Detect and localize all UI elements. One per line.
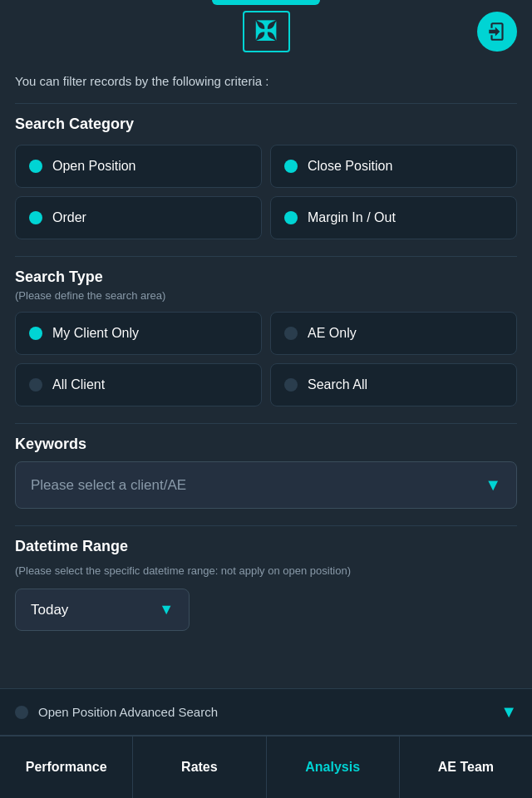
order-dot (29, 211, 42, 224)
search-type-subtitle: (Please define the search area) (15, 289, 517, 302)
bottom-nav: Performance Rates Analysis AE Team (0, 736, 532, 798)
search-type-title: Search Type (15, 268, 517, 286)
search-category-title: Search Category (15, 116, 517, 133)
nav-rates-label: Rates (181, 760, 218, 775)
divider-4 (15, 525, 517, 526)
datetime-dropdown[interactable]: Today ▼ (15, 589, 190, 631)
all-client-label: All Client (52, 377, 105, 392)
margin-in-out-label: Margin In / Out (308, 210, 396, 225)
advanced-search-chevron-icon: ▼ (500, 702, 517, 722)
all-client-dot (29, 378, 42, 392)
divider-3 (15, 423, 517, 424)
margin-in-out-dot (284, 211, 298, 224)
nav-analysis-label: Analysis (305, 760, 360, 775)
my-client-only-dot (29, 327, 42, 340)
nav-performance[interactable]: Performance (0, 736, 133, 798)
keywords-chevron-icon: ▼ (485, 475, 501, 495)
nav-performance-label: Performance (26, 760, 107, 775)
datetime-chevron-icon: ▼ (159, 601, 174, 618)
nav-rates[interactable]: Rates (133, 736, 266, 798)
search-category-grid: Open Position Close Position Order Margi… (15, 145, 517, 239)
all-client-btn[interactable]: All Client (15, 363, 262, 406)
advanced-search-bar[interactable]: Open Position Advanced Search ▼ (0, 688, 532, 736)
app-header: ✠ (0, 0, 532, 62)
advanced-search-dot (15, 706, 28, 719)
order-btn[interactable]: Order (15, 196, 262, 239)
search-all-btn[interactable]: Search All (270, 363, 517, 406)
close-position-label: Close Position (308, 159, 392, 174)
divider-1 (15, 103, 517, 104)
datetime-value: Today (31, 602, 68, 618)
nav-ae-team-label: AE Team (438, 760, 494, 775)
datetime-desc: (Please select the specific datetime ran… (15, 564, 517, 579)
search-all-label: Search All (308, 377, 367, 392)
header-accent (212, 0, 320, 5)
datetime-label: Datetime Range (15, 538, 517, 555)
search-category-section: Search Category Open Position Close Posi… (0, 116, 532, 249)
margin-in-out-btn[interactable]: Margin In / Out (270, 196, 517, 239)
open-position-btn[interactable]: Open Position (15, 145, 262, 188)
nav-ae-team[interactable]: AE Team (400, 736, 532, 798)
search-type-section: Search Type (Please define the search ar… (0, 268, 532, 416)
filter-subtitle: You can filter records by the following … (0, 62, 532, 96)
my-client-only-label: My Client Only (52, 326, 139, 341)
app-logo: ✠ (243, 11, 290, 52)
ae-only-btn[interactable]: AE Only (270, 312, 517, 355)
keywords-section: Keywords Please select a client/AE ▼ (0, 436, 532, 519)
logout-button[interactable] (477, 12, 517, 52)
search-type-grid: My Client Only AE Only All Client Search… (15, 312, 517, 406)
keywords-dropdown[interactable]: Please select a client/AE ▼ (15, 461, 517, 509)
ae-only-dot (284, 327, 298, 340)
order-label: Order (52, 210, 86, 225)
keywords-label: Keywords (15, 436, 517, 453)
search-all-dot (284, 378, 298, 392)
advanced-search-label: Open Position Advanced Search (38, 705, 218, 719)
ae-only-label: AE Only (308, 326, 357, 341)
nav-analysis[interactable]: Analysis (267, 736, 400, 798)
close-position-btn[interactable]: Close Position (270, 145, 517, 188)
logout-icon (486, 21, 508, 42)
open-position-label: Open Position (52, 159, 136, 174)
close-position-dot (284, 160, 298, 173)
open-position-dot (29, 160, 42, 173)
keywords-placeholder: Please select a client/AE (31, 477, 186, 494)
my-client-only-btn[interactable]: My Client Only (15, 312, 262, 355)
datetime-section: Datetime Range (Please select the specif… (0, 538, 532, 641)
divider-2 (15, 256, 517, 257)
advanced-search-left: Open Position Advanced Search (15, 705, 218, 719)
